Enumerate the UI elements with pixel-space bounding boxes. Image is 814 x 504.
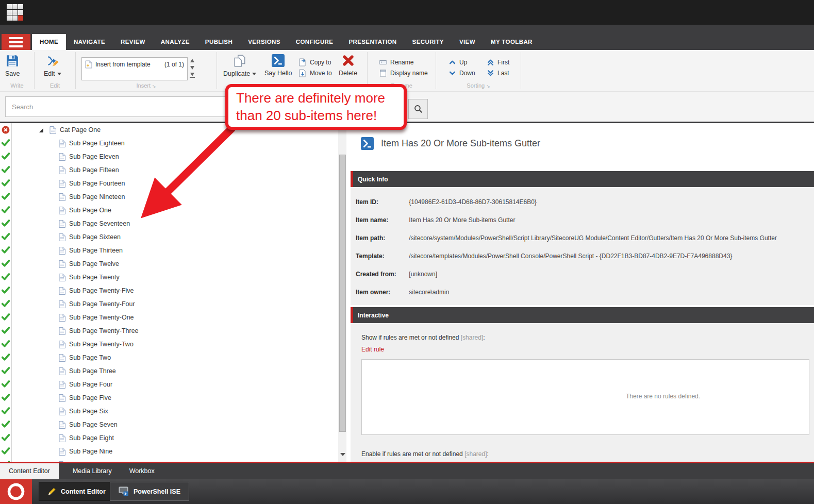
tree-item[interactable]: Sub Page Twelve [0,257,338,271]
ribbon-tab[interactable]: ANALYZE [153,34,197,50]
move-to-button[interactable]: Move to [298,68,332,78]
gutter-check-icon[interactable] [2,367,10,375]
tree-item[interactable]: Sub Page Fourteen [0,177,338,190]
ribbon-tab[interactable]: VIEW [452,34,483,50]
insert-from-template-option[interactable]: Insert from template (1 of 1) [81,57,188,80]
display-name-button[interactable]: Display name [379,68,428,78]
ribbon-tab[interactable]: VERSIONS [240,34,288,50]
tree-item[interactable]: Sub Page Seventeen [0,217,338,230]
gutter-check-icon[interactable] [2,434,10,442]
tree-item[interactable]: Sub Page Six [0,405,338,418]
gutter-check-icon[interactable] [2,354,10,362]
hamburger-menu-button[interactable] [2,34,30,50]
insert-template-icon [85,60,92,69]
gutter-check-icon[interactable] [2,273,10,281]
tree-item[interactable]: Sub Page Four [0,378,338,391]
spin-last-icon[interactable] [190,73,195,78]
taskbar-content-editor-button[interactable]: Content Editor [39,482,114,501]
tree-item[interactable]: Sub Page Twenty-Three [0,324,338,338]
tree-item[interactable]: Sub Page Twenty-Two [0,338,338,351]
gutter-check-icon[interactable] [2,407,10,415]
tree-item[interactable]: Sub Page Thirteen [0,244,338,257]
save-button[interactable]: Save [5,54,20,77]
collapse-triangle-icon[interactable] [39,128,43,132]
sort-last-button[interactable]: Last [487,68,509,78]
tree-item[interactable]: Sub Page Ten [0,458,338,462]
tree-item[interactable]: Sub Page Fifteen [0,163,338,177]
ribbon-tab[interactable]: PUBLISH [197,34,240,50]
scrollbar-thumb[interactable] [339,155,346,432]
ribbon-tab[interactable]: CONFIGURE [288,34,341,50]
edit-rule-link[interactable]: Edit rule [361,346,384,353]
tree-item[interactable]: Sub Page Twenty [0,271,338,284]
tree-item-label: Sub Page Sixteen [69,233,121,241]
ribbon-tab[interactable]: HOME [32,34,66,50]
tree-item[interactable]: Sub Page Twenty-One [0,311,338,324]
gutter-check-icon[interactable] [2,340,10,348]
gutter-check-icon[interactable] [2,153,10,161]
bottom-tab[interactable]: Media Library [64,463,121,479]
gutter-check-icon[interactable] [2,166,10,174]
search-button[interactable] [408,99,428,119]
gutter-check-icon[interactable] [2,206,10,214]
ribbon-tab[interactable]: PRESENTATION [341,34,404,50]
expand-group-icon[interactable]: ↘ [152,83,156,89]
spin-down-icon[interactable] [190,66,194,70]
bottom-tab[interactable]: Workbox [121,463,163,479]
taskbar-powershell-ise-button[interactable]: PowerShell ISE [110,482,189,501]
tree-item[interactable]: Sub Page Eight [0,431,338,445]
duplicate-button[interactable]: Duplicate [223,54,256,77]
gutter-error-icon[interactable] [2,126,10,134]
gutter-check-icon[interactable] [2,421,10,429]
gutter-check-icon[interactable] [2,394,10,402]
gutter-check-icon[interactable] [2,220,10,228]
copy-to-button[interactable]: Copy to [298,57,332,67]
chevron-up-icon [448,59,456,66]
gutter-check-icon[interactable] [2,327,10,335]
tree-item[interactable]: Sub Page Two [0,351,338,364]
tree-scrollbar[interactable] [338,123,346,462]
expand-group-icon[interactable]: ↘ [486,83,490,89]
rules-box[interactable]: There are no rules defined. [361,359,809,435]
ribbon-tab[interactable]: MY TOOLBAR [483,34,540,50]
sort-first-button[interactable]: First [487,57,509,67]
sort-up-button[interactable]: Up [448,57,475,67]
tree-item[interactable]: Sub Page Eighteen [0,137,338,150]
gutter-check-icon[interactable] [2,139,10,147]
tree-item[interactable]: Sub Page Eleven [0,150,338,163]
gutter-check-icon[interactable] [2,260,10,268]
gutter-check-icon[interactable] [2,300,10,308]
tree-item[interactable]: Sub Page Twenty-Five [0,284,338,297]
tree-item[interactable]: Sub Page Twenty-Four [0,297,338,311]
gutter-check-icon[interactable] [2,179,10,188]
tree-item[interactable]: Sub Page Nineteen [0,190,338,204]
edit-button[interactable]: Edit [44,54,61,77]
tree-item[interactable]: Sub Page Three [0,364,338,378]
gutter-check-icon[interactable] [2,313,10,322]
gutter-check-icon[interactable] [2,246,10,255]
gutter-check-icon[interactable] [2,287,10,295]
scrollbar-down-arrow-icon[interactable] [340,453,345,456]
powershell-item-icon [361,137,374,150]
tree-item[interactable]: Sub Page One [0,204,338,217]
gutter-check-icon[interactable] [2,233,10,241]
ribbon-tab[interactable]: NAVIGATE [66,34,113,50]
tree-item[interactable]: Sub Page Seven [0,418,338,431]
bottom-tab[interactable]: Content Editor [0,463,59,479]
sitecore-logo-tile[interactable] [0,479,32,504]
section-header-quick-info[interactable]: Quick Info [351,171,814,187]
delete-button[interactable]: Delete [339,54,357,77]
gutter-check-icon[interactable] [2,193,10,201]
spin-up-icon[interactable] [190,59,194,62]
sort-down-button[interactable]: Down [448,68,475,78]
section-header-interactive[interactable]: Interactive [351,307,814,323]
ribbon-tab[interactable]: REVIEW [113,34,153,50]
gutter-check-icon[interactable] [2,380,10,389]
tree-item[interactable]: Sub Page Sixteen [0,230,338,244]
tree-item[interactable]: Sub Page Nine [0,445,338,458]
ribbon-tab[interactable]: SECURITY [405,34,452,50]
tree-item[interactable]: Sub Page Five [0,391,338,405]
gutter-check-icon[interactable] [2,447,10,456]
rename-button[interactable]: Rename [379,57,428,67]
say-hello-button[interactable]: Say Hello [264,54,292,77]
